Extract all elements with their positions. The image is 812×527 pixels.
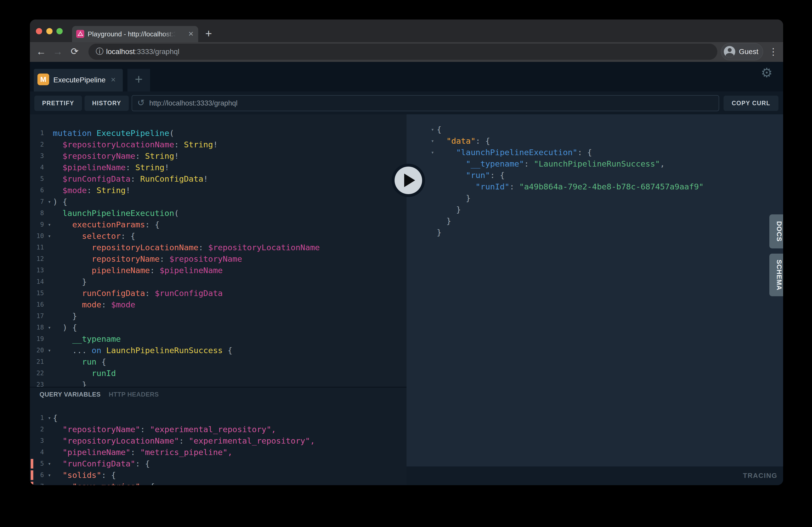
line-number: 13 [30, 265, 46, 276]
code-line: } [407, 204, 783, 215]
settings-gear-icon[interactable]: ⚙ [759, 65, 774, 80]
code-line: 15 runConfigData: $runConfigData [30, 287, 407, 299]
code-text: ) { [53, 323, 77, 332]
copy-curl-button[interactable]: COPY CURL [724, 96, 779, 111]
error-marker [31, 482, 33, 485]
tab-http-headers[interactable]: HTTP HEADERS [109, 391, 159, 398]
line-number: 22 [30, 367, 46, 379]
tab-title-fade [163, 26, 180, 42]
line-number: 9 [30, 219, 46, 230]
macos-fullscreen-button[interactable] [56, 28, 63, 34]
code-line: 3 "repositoryLocationName": "experimenta… [30, 435, 407, 447]
line-number: 1 [30, 412, 46, 424]
line-number: 20 [30, 345, 46, 356]
history-button[interactable]: HISTORY [85, 96, 129, 111]
fold-arrow-icon[interactable]: ▾ [407, 124, 437, 135]
fold-arrow-icon[interactable]: ▾ [46, 412, 53, 424]
tab-query-variables[interactable]: QUERY VARIABLES [40, 391, 101, 398]
line-number: 3 [30, 435, 46, 447]
code-line: 4 $pipelineName: String! [30, 162, 407, 173]
fold-arrow-icon[interactable]: ▾ [46, 345, 53, 356]
line-number: 5 [30, 173, 46, 184]
fold-arrow-icon[interactable]: ▾ [46, 481, 53, 485]
query-editor[interactable]: 1mutation ExecutePipeline(2 $repositoryL… [30, 114, 407, 387]
tracing-label[interactable]: TRACING [743, 466, 778, 485]
query-editor-lines: 1mutation ExecutePipeline(2 $repositoryL… [30, 114, 407, 387]
variables-editor-lines: 1▾{2 "repositoryName": "experimental_rep… [30, 412, 407, 485]
line-number: 8 [30, 207, 46, 219]
fold-arrow-icon[interactable]: ▾ [46, 458, 53, 469]
code-line: 5▾ "runConfigData": { [30, 458, 407, 469]
prettify-button[interactable]: PRETTIFY [34, 96, 82, 111]
code-line: "__typename": "LaunchPipelineRunSuccess"… [407, 158, 783, 169]
execute-query-button[interactable] [392, 164, 425, 197]
code-text: { [53, 413, 58, 423]
fold-arrow-icon[interactable]: ▾ [46, 230, 53, 242]
fold-arrow-icon[interactable]: ▾ [407, 135, 437, 147]
code-text: "repositoryLocationName": "experimental_… [53, 436, 315, 446]
response-lines: ▾{▾ "data": {▾ "launchPipelineExecution"… [407, 114, 783, 238]
replay-icon[interactable]: ↺ [137, 96, 145, 111]
playground-toolbar: PRETTIFY HISTORY ↺ http://localhost:3333… [30, 91, 783, 114]
code-line: 20▾ ... on LaunchPipelineRunSuccess { [30, 345, 407, 356]
code-text: } [437, 205, 461, 214]
code-line: } [407, 227, 783, 238]
forward-icon[interactable]: → [51, 42, 64, 62]
url-path: :3333/graphql [135, 48, 179, 56]
tab-close-icon[interactable]: × [188, 26, 193, 42]
line-number: 3 [30, 150, 46, 162]
line-number: 4 [30, 162, 46, 173]
macos-minimize-button[interactable] [46, 28, 53, 34]
query-variables-panel[interactable]: QUERY VARIABLES HTTP HEADERS 1▾{2 "repos… [30, 388, 407, 485]
code-line: 13 pipelineName: $pipelineName [30, 265, 407, 276]
execute-query-button-inner [394, 167, 422, 194]
code-line: 6▾ "solids": { [30, 469, 407, 481]
code-text: } [53, 277, 87, 286]
endpoint-url-field[interactable]: ↺ http://localhost:3333/graphql [132, 95, 719, 111]
schema-side-tab[interactable]: SCHEMA [769, 254, 783, 296]
line-number: 18 [30, 322, 46, 333]
docs-side-tab[interactable]: DOCS [769, 214, 783, 249]
code-text: mutation ExecutePipeline( [53, 129, 174, 138]
fold-arrow-icon[interactable]: ▾ [46, 196, 53, 207]
macos-close-button[interactable] [36, 28, 42, 34]
graphql-favicon-icon [76, 30, 84, 38]
session-tab-close-icon[interactable]: × [111, 69, 116, 91]
code-line: 5 $runConfigData: RunConfigData! [30, 173, 407, 184]
code-line: 7▾ "save_metrics": { [30, 481, 407, 485]
code-line: } [407, 215, 783, 227]
code-text: "pipelineName": "metrics_pipeline", [53, 448, 233, 457]
fold-arrow-icon[interactable]: ▾ [407, 147, 437, 158]
fold-arrow-icon[interactable]: ▾ [46, 219, 53, 230]
response-panel: ▾{▾ "data": {▾ "launchPipelineExecution"… [407, 114, 783, 466]
fold-arrow-icon[interactable]: ▾ [46, 469, 53, 481]
new-tab-button[interactable]: + [201, 26, 217, 42]
new-session-tab-button[interactable]: + [128, 69, 150, 91]
line-number: 4 [30, 447, 46, 458]
back-icon[interactable]: ← [34, 42, 48, 62]
code-text: "run": { [437, 170, 505, 180]
code-line: 22 runId [30, 367, 407, 379]
site-info-icon[interactable]: ⓘ [96, 44, 103, 60]
code-line: ▾ "launchPipelineExecution": { [407, 147, 783, 158]
code-text: } [437, 228, 441, 237]
browser-toolbar: ← → ⟳ ⓘ localhost:3333/graphql Guest ⋮ [30, 42, 783, 62]
code-line: 12 repositoryName: $repositoryName [30, 253, 407, 265]
code-line: 14 } [30, 276, 407, 287]
url-host: localhost [106, 48, 135, 56]
line-number: 14 [30, 276, 46, 287]
code-text: ... on LaunchPipelineRunSuccess { [53, 346, 233, 355]
code-text: { [437, 125, 441, 134]
profile-button[interactable]: Guest [721, 43, 763, 60]
code-line: 11 repositoryLocationName: $repositoryLo… [30, 242, 407, 253]
address-bar[interactable]: ⓘ localhost:3333/graphql [88, 44, 717, 60]
play-icon [404, 174, 415, 187]
browser-window: Playground - http://localhost:33 × + ← →… [30, 19, 783, 485]
fold-arrow-icon[interactable]: ▾ [46, 322, 53, 333]
browser-menu-icon[interactable]: ⋮ [768, 42, 779, 62]
reload-icon[interactable]: ⟳ [68, 42, 81, 62]
session-tab-executepipeline[interactable]: M ExecutePipeline × [34, 69, 123, 91]
variables-tabs: QUERY VARIABLES HTTP HEADERS [40, 391, 159, 398]
code-line: 8 launchPipelineExecution( [30, 207, 407, 219]
browser-tab[interactable]: Playground - http://localhost:33 × [72, 26, 198, 42]
